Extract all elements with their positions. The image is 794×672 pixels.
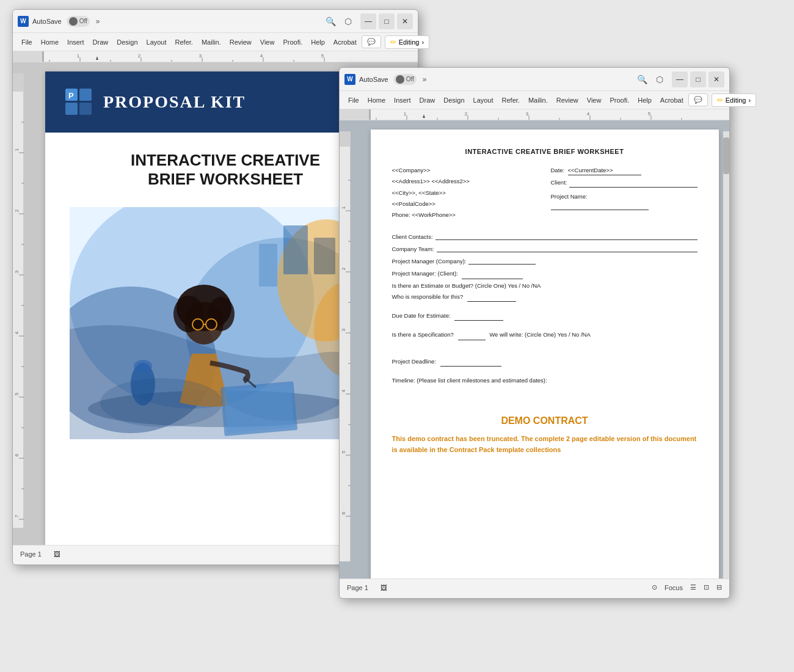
menu-mailings-front[interactable]: Mailin. xyxy=(525,95,552,106)
menu-insert-front[interactable]: Insert xyxy=(390,95,415,106)
watercolor-svg xyxy=(70,207,381,439)
menu-view-front[interactable]: View xyxy=(583,95,605,106)
spacer5 xyxy=(392,350,697,357)
menu-draw-back[interactable]: Draw xyxy=(89,37,112,48)
maximize-button-back[interactable]: □ xyxy=(379,13,395,29)
spacer1 xyxy=(392,225,697,233)
company-team-label: Company Team: xyxy=(392,246,434,252)
svg-text:4: 4 xyxy=(341,389,346,392)
autosave-toggle-back[interactable]: Off xyxy=(67,16,90,27)
menu-review-front[interactable]: Review xyxy=(553,95,582,106)
svg-rect-53 xyxy=(259,244,277,287)
menu-help-front[interactable]: Help xyxy=(634,95,655,106)
client-row: Client: xyxy=(551,178,697,187)
menu-layout-back[interactable]: Layout xyxy=(143,37,170,48)
menu-design-back[interactable]: Design xyxy=(113,37,141,48)
pm-company-label: Project Manager (Company): xyxy=(392,258,467,265)
svg-rect-43 xyxy=(79,103,92,115)
svg-rect-87 xyxy=(340,131,351,147)
doc-main-title: INTERACTIVE CREATIVE BRIEF WORKSHEET xyxy=(392,148,697,155)
autosave-label-front: AutoSave xyxy=(359,76,388,83)
cover-logo-text: PROPOSAL KIT xyxy=(103,92,246,112)
view-icon2-front[interactable]: ⊡ xyxy=(704,583,709,591)
company-team-row: Company Team: xyxy=(392,245,697,252)
menu-mailings-back[interactable]: Mailin. xyxy=(198,37,225,48)
scrollbar-front[interactable] xyxy=(723,131,729,579)
responsible-line xyxy=(467,293,516,302)
spacer4 xyxy=(392,343,697,350)
svg-rect-18 xyxy=(13,73,24,92)
project-deadline-row: Project Deadline: xyxy=(392,357,697,367)
menu-layout-front[interactable]: Layout xyxy=(470,95,497,106)
maximize-button-front[interactable]: □ xyxy=(690,71,706,87)
svg-text:P: P xyxy=(68,91,74,100)
ribbon-menu-back: File Home Insert Draw Design Layout Refe… xyxy=(13,33,418,51)
menu-proofing-front[interactable]: Proofi. xyxy=(606,95,633,106)
ribbon-right-front: 💬 ✏ Editing › xyxy=(688,93,756,107)
pm-company-row: Project Manager (Company): xyxy=(392,257,697,265)
svg-text:3: 3 xyxy=(14,270,20,273)
ribbon-menu-front: File Home Insert Draw Design Layout Refe… xyxy=(340,91,729,109)
menu-file-back[interactable]: File xyxy=(18,37,36,48)
menu-view-back[interactable]: View xyxy=(257,37,279,48)
search-icon-front[interactable]: 🔍 xyxy=(637,75,647,84)
client-contacts-row: Client Contacts: xyxy=(392,233,697,240)
ruler-back: 1 2 3 4 5 xyxy=(13,51,418,62)
menu-references-front[interactable]: Refer. xyxy=(498,95,523,106)
window-controls-back: — □ ✕ xyxy=(360,13,413,29)
svg-text:3: 3 xyxy=(526,111,529,117)
status-bar-front: Page 1 🖼 ⊙ Focus ☰ ⊡ ⊟ xyxy=(340,579,729,596)
write-label: We will write: (Circle One) Yes / No /NA xyxy=(489,331,591,338)
minimize-button-front[interactable]: — xyxy=(672,71,688,87)
minimize-button-back[interactable]: — xyxy=(360,13,376,29)
menu-home-back[interactable]: Home xyxy=(37,37,62,48)
specification-row: Is there a Specification? We will write:… xyxy=(392,331,697,340)
menu-references-back[interactable]: Refer. xyxy=(172,37,197,48)
comment-button-front[interactable]: 💬 xyxy=(688,93,708,106)
pm-client-line xyxy=(462,269,523,279)
editing-button-front[interactable]: ✏ Editing › xyxy=(712,93,756,107)
client-label: Client: xyxy=(551,178,567,187)
menu-acrobat-front[interactable]: Acrobat xyxy=(657,95,687,106)
search-icon-back[interactable]: 🔍 xyxy=(326,16,336,26)
comment-button-back[interactable]: 💬 xyxy=(362,35,381,48)
view-icon1-front[interactable]: ☰ xyxy=(690,583,696,591)
menu-insert-back[interactable]: Insert xyxy=(64,37,88,48)
menu-proofing-back[interactable]: Proofi. xyxy=(279,37,306,48)
menu-draw-front[interactable]: Draw xyxy=(416,95,439,106)
specification-label: Is there a Specification? xyxy=(392,331,454,338)
svg-point-57 xyxy=(173,296,204,332)
svg-text:3: 3 xyxy=(341,328,346,331)
menu-design-front[interactable]: Design xyxy=(440,95,468,106)
client-contacts-label: Client Contacts: xyxy=(392,233,433,240)
project-name-label: Project Name: xyxy=(551,193,588,200)
responsible-row: Who is responsible for this? xyxy=(392,293,697,302)
responsible-label: Who is responsible for this? xyxy=(392,293,464,300)
svg-text:5: 5 xyxy=(321,53,324,59)
autosave-toggle-front[interactable]: Off xyxy=(393,74,417,85)
title-chevron-front: » xyxy=(423,75,427,84)
svg-rect-0 xyxy=(13,51,43,62)
pencil-icon-front: ✏ xyxy=(717,96,723,104)
pm-client-label: Project Manager: (Client): xyxy=(392,270,458,277)
menu-file-front[interactable]: File xyxy=(344,95,363,106)
svg-rect-68 xyxy=(340,109,370,120)
editing-button-back[interactable]: ✏ Editing › xyxy=(385,35,429,49)
pm-company-line xyxy=(468,257,536,265)
city-field: <<City>>, <<State>> xyxy=(392,189,539,197)
client-line xyxy=(569,178,697,187)
view-icon3-front[interactable]: ⊟ xyxy=(716,583,722,591)
menu-review-back[interactable]: Review xyxy=(226,37,255,48)
status-icon1-front: 🖼 xyxy=(381,584,387,591)
editing-chevron-front: › xyxy=(748,97,751,104)
close-button-back[interactable]: ✕ xyxy=(397,13,413,29)
page-indicator-front: Page 1 xyxy=(347,584,368,591)
phone-field: Phone: <<WorkPhone>> xyxy=(392,211,539,219)
scroll-thumb-front[interactable] xyxy=(723,137,729,174)
svg-text:6: 6 xyxy=(14,453,20,456)
menu-help-back[interactable]: Help xyxy=(307,37,329,48)
menu-home-front[interactable]: Home xyxy=(364,95,389,106)
close-button-front[interactable]: ✕ xyxy=(708,71,724,87)
postal-field: <<PostalCode>> xyxy=(392,200,539,208)
menu-acrobat-back[interactable]: Acrobat xyxy=(330,37,360,48)
